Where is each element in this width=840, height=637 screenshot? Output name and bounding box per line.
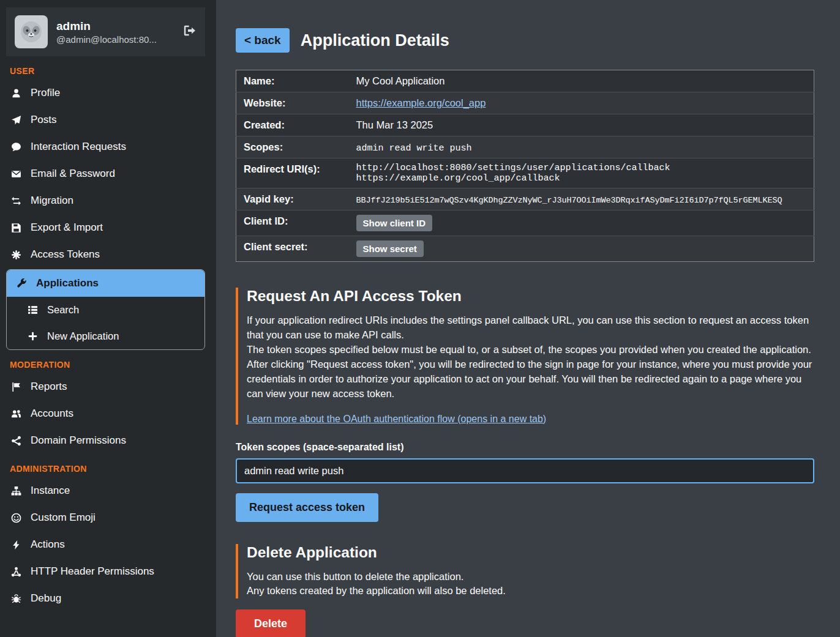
sidebar-item-accounts[interactable]: Accounts <box>0 400 211 427</box>
detail-value: https://example.org/cool_app/callback <box>356 173 811 184</box>
envelope-icon <box>10 169 22 179</box>
token-paragraphs: If your application redirect URIs includ… <box>247 313 814 401</box>
sidebar: admin @admin@localhost:80... USERProfile… <box>0 0 211 637</box>
sidebar-item-migration[interactable]: Migration <box>0 187 211 214</box>
sidebar-item-new-application[interactable]: New Application <box>7 323 204 349</box>
applications-group: ApplicationsSearchNew Application <box>6 269 205 350</box>
paragraph: You can use this button to delete the ap… <box>247 570 814 584</box>
user-handle: @admin@localhost:80... <box>56 34 157 45</box>
request-access-token-button[interactable]: Request access token <box>236 493 378 522</box>
sloth-avatar <box>15 15 48 48</box>
main-content: < back Application Details Name:My Cool … <box>216 0 840 637</box>
delete-button[interactable]: Delete <box>236 609 306 637</box>
detail-label: Vapid key: <box>236 188 353 210</box>
exchange-icon <box>10 196 22 206</box>
flag-icon <box>10 382 22 392</box>
sidebar-item-domain-permissions[interactable]: Domain Permissions <box>0 427 211 454</box>
delete-section-title: Delete Application <box>247 544 814 561</box>
back-button[interactable]: < back <box>236 28 290 53</box>
detail-row: Client secret:Show secret <box>236 236 814 262</box>
user-card[interactable]: admin @admin@localhost:80... <box>6 7 205 56</box>
sidebar-item-label: Posts <box>31 114 57 126</box>
detail-label: Client secret: <box>236 236 353 262</box>
comment-icon <box>10 142 22 152</box>
sidebar-item-label: Search <box>47 304 79 316</box>
section-heading-administration: ADMINISTRATION <box>10 464 201 474</box>
sidebar-item-label: Migration <box>31 195 73 207</box>
detail-label: Website: <box>236 92 353 114</box>
delete-section: Delete Application You can use this butt… <box>236 544 814 637</box>
sidebar-item-profile[interactable]: Profile <box>0 80 211 106</box>
paragraph: Any tokens created by the application wi… <box>247 584 814 598</box>
sidebar-item-search[interactable]: Search <box>7 297 204 323</box>
detail-label: Name: <box>236 70 353 92</box>
sidebar-item-label: Debug <box>31 592 61 605</box>
detail-row: Redirect URI(s):http://localhost:8080/se… <box>236 158 814 188</box>
sidebar-item-label: Actions <box>31 538 65 551</box>
detail-row: Scopes:admin read write push <box>236 136 814 158</box>
paragraph: The token scopes specified below must be… <box>247 343 814 357</box>
sidebar-item-label: Interaction Requests <box>31 141 126 153</box>
website-link[interactable]: https://example.org/cool_app <box>356 97 486 108</box>
sidebar-item-email-password[interactable]: Email & Password <box>0 160 211 187</box>
sidebar-item-posts[interactable]: Posts <box>0 106 211 133</box>
sidebar-item-label: Reports <box>31 381 67 393</box>
detail-row: Created:Thu Mar 13 2025 <box>236 114 814 136</box>
show-client-id-button[interactable]: Show client ID <box>356 215 433 231</box>
sidebar-item-label: Access Tokens <box>31 248 100 261</box>
sidebar-item-http-header-permissions[interactable]: HTTP Header Permissions <box>0 558 211 585</box>
sidebar-item-access-tokens[interactable]: Access Tokens <box>0 241 211 268</box>
sidebar-item-reports[interactable]: Reports <box>0 373 211 400</box>
token-section-title: Request An API Access Token <box>247 288 814 305</box>
token-section-intro: Request An API Access Token If your appl… <box>236 288 814 425</box>
sidebar-item-custom-emoji[interactable]: Custom Emoji <box>0 504 211 531</box>
sign-out-icon[interactable] <box>183 24 197 40</box>
sidebar-nav: USERProfilePostsInteraction RequestsEmai… <box>0 66 211 612</box>
sidebar-item-label: Profile <box>31 87 60 99</box>
detail-row: Name:My Cool Application <box>236 70 814 92</box>
sidebar-item-actions[interactable]: Actions <box>0 531 211 558</box>
sidebar-item-label: Export & Import <box>31 222 103 234</box>
show-secret-button[interactable]: Show secret <box>356 240 424 257</box>
page-header: < back Application Details <box>236 28 814 53</box>
delete-paragraphs: You can use this button to delete the ap… <box>247 570 814 599</box>
bug-icon <box>10 594 22 604</box>
detail-value: BBJffJ219b5iE512m7wQSzv4KgKDhgZZVzNyWC_r… <box>356 196 782 205</box>
sidebar-item-instance[interactable]: Instance <box>0 477 211 504</box>
sidebar-item-label: Email & Password <box>31 168 115 180</box>
delete-section-intro: Delete Application You can use this butt… <box>236 544 814 599</box>
detail-label: Created: <box>236 114 353 136</box>
oauth-docs-link[interactable]: Learn more about the OAuth authenticatio… <box>247 414 546 425</box>
sidebar-item-label: New Application <box>47 330 119 342</box>
detail-value: admin read write push <box>356 143 472 154</box>
certificate-icon <box>10 250 22 260</box>
app: admin @admin@localhost:80... USERProfile… <box>0 0 840 637</box>
list-icon <box>26 305 39 315</box>
sidebar-item-debug[interactable]: Debug <box>0 585 211 612</box>
users-icon <box>10 409 22 419</box>
user-info: admin @admin@localhost:80... <box>56 19 157 45</box>
token-section: Request An API Access Token If your appl… <box>236 288 814 522</box>
sidebar-item-label: Custom Emoji <box>31 512 96 524</box>
sidebar-item-export-import[interactable]: Export & Import <box>0 214 211 241</box>
bolt-icon <box>10 540 22 550</box>
network-icon <box>10 567 22 577</box>
user-name: admin <box>56 19 157 34</box>
save-icon <box>10 223 22 233</box>
details-body: Name:My Cool ApplicationWebsite:https://… <box>236 70 814 262</box>
token-scopes-input[interactable] <box>236 458 814 483</box>
detail-value: My Cool Application <box>356 75 445 86</box>
sidebar-item-label: Instance <box>31 485 70 497</box>
tools-icon <box>15 278 28 289</box>
detail-label: Scopes: <box>236 136 353 158</box>
sidebar-item-label: Accounts <box>31 408 73 420</box>
sidebar-item-applications[interactable]: Applications <box>7 270 204 297</box>
section-heading-user: USER <box>10 66 201 76</box>
detail-value: Thu Mar 13 2025 <box>356 119 433 130</box>
paragraph: If your application redirect URIs includ… <box>247 313 814 343</box>
section-heading-moderation: MODERATION <box>10 360 201 370</box>
plus-icon <box>26 331 39 341</box>
detail-row: Website:https://example.org/cool_app <box>236 92 814 114</box>
application-details-table: Name:My Cool ApplicationWebsite:https://… <box>236 70 814 262</box>
sidebar-item-interaction-requests[interactable]: Interaction Requests <box>0 133 211 160</box>
